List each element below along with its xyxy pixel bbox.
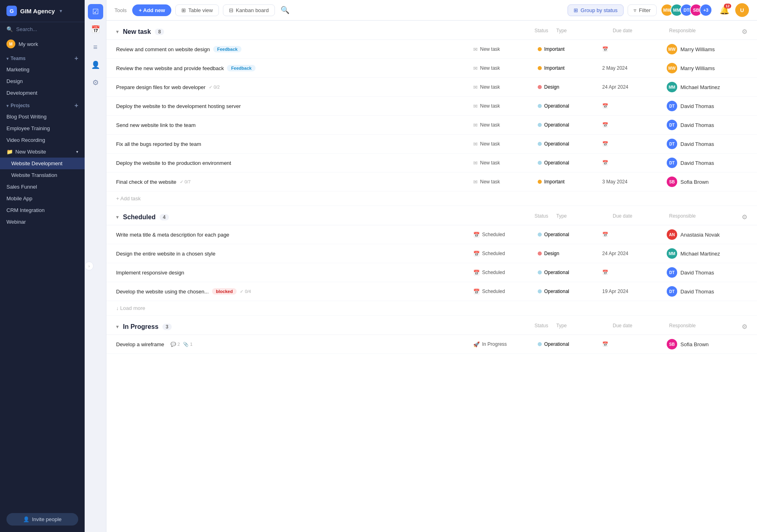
tool-user[interactable]: 👤 bbox=[88, 57, 103, 73]
tool-list[interactable]: ≡ bbox=[88, 39, 103, 55]
type-dot bbox=[538, 85, 542, 89]
type-cell: Operational bbox=[538, 141, 602, 147]
table-row[interactable]: Develop a wireframe 💬 2 📎 1 🚀 In Progres… bbox=[106, 335, 757, 354]
task-subtask: ✓ 0/4 bbox=[240, 289, 251, 294]
kanban-board-button[interactable]: ⊟ Kanban board bbox=[223, 4, 275, 16]
load-more-button[interactable]: ↓ Load more bbox=[106, 301, 757, 316]
table-row[interactable]: Review the new website and provide feedb… bbox=[106, 59, 757, 78]
topbar: Tools + Add new ⊞ Table view ⊟ Kanban bo… bbox=[106, 0, 757, 21]
invite-people-button[interactable]: 👤 Invite people bbox=[6, 513, 78, 526]
table-row[interactable]: Deploy the website to the production env… bbox=[106, 154, 757, 172]
calendar-icon: 📅 bbox=[602, 232, 608, 237]
group-scheduled-settings[interactable]: ⚙ bbox=[742, 213, 747, 221]
resp-name: Marry Williams bbox=[680, 46, 715, 52]
sidebar-item-webinar[interactable]: Webinar bbox=[0, 216, 85, 228]
notifications-button[interactable]: 🔔 12 bbox=[720, 5, 730, 15]
type-label: Operational bbox=[544, 103, 569, 109]
group-in-progress-title: In Progress bbox=[123, 323, 158, 330]
resp-name: Sofia Brown bbox=[680, 179, 709, 185]
teams-section-label: ▾ Teams bbox=[6, 56, 25, 61]
sidebar-item-new-website[interactable]: 📁 New Website ▾ bbox=[0, 146, 85, 158]
sidebar-collapse-button[interactable]: › bbox=[85, 262, 94, 270]
table-row[interactable]: Implement responsive design 📅 Scheduled … bbox=[106, 263, 757, 282]
table-row[interactable]: Review and comment on website design Fee… bbox=[106, 40, 757, 59]
tool-tasks[interactable]: ☑ bbox=[88, 4, 103, 19]
sidebar-item-sales-funnel[interactable]: Sales Funnel bbox=[0, 181, 85, 193]
my-work-item[interactable]: M My work bbox=[0, 36, 85, 52]
status-cell: 📅 Scheduled bbox=[473, 289, 538, 295]
blog-post-label: Blog Post Writing bbox=[6, 114, 46, 120]
sidebar-item-marketing[interactable]: Marketing bbox=[0, 64, 85, 75]
task-name: Deploy the website to the development ho… bbox=[116, 103, 241, 109]
sidebar-item-video-recording[interactable]: Video Recording bbox=[0, 134, 85, 146]
type-label: Operational bbox=[544, 141, 569, 147]
group-scheduled-toggle[interactable]: ▾ bbox=[116, 214, 119, 220]
table-row[interactable]: Prepare design files for web developer ✓… bbox=[106, 78, 757, 97]
sidebar-item-blog-post[interactable]: Blog Post Writing bbox=[0, 111, 85, 123]
status-cell: ✉ New task bbox=[473, 122, 538, 128]
tool-calendar[interactable]: 📅 bbox=[88, 22, 103, 37]
group-new-task-title: New task bbox=[123, 28, 151, 35]
task-name-cell: Deploy the website to the development ho… bbox=[116, 103, 473, 109]
add-new-button[interactable]: + Add new bbox=[132, 4, 171, 16]
table-row[interactable]: Write meta title & meta description for … bbox=[106, 225, 757, 244]
task-name-cell: Deploy the website to the production env… bbox=[116, 160, 473, 166]
website-dev-label: Website Development bbox=[11, 160, 62, 166]
task-name: Final check of the website bbox=[116, 179, 177, 185]
sidebar: G GIM Agency ▾ 🔍 Search... M My work ▾ T… bbox=[0, 0, 85, 532]
sidebar-item-website-translation[interactable]: Website Translation bbox=[0, 169, 85, 181]
status-cell: 📅 Scheduled bbox=[473, 232, 538, 238]
table-view-button[interactable]: ⊞ Table view bbox=[175, 4, 219, 16]
task-name: Send new website link to the team bbox=[116, 122, 195, 128]
sidebar-item-employee-training[interactable]: Employee Training bbox=[0, 123, 85, 134]
table-row[interactable]: Develop the website using the chosen... … bbox=[106, 282, 757, 301]
col-h-resp3: Responsible bbox=[669, 323, 734, 330]
type-dot bbox=[538, 47, 542, 51]
group-in-progress-settings[interactable]: ⚙ bbox=[742, 323, 747, 330]
due-cell: 📅 bbox=[602, 160, 667, 166]
group-new-task-toggle[interactable]: ▾ bbox=[116, 29, 119, 35]
sidebar-item-development[interactable]: Development bbox=[0, 87, 85, 99]
responsible-cell: MM Michael Martinez bbox=[667, 248, 747, 259]
resp-name: David Thomas bbox=[680, 122, 714, 128]
avatar-more[interactable]: +3 bbox=[699, 4, 712, 17]
group-by-label: Group by status bbox=[580, 7, 618, 13]
group-scheduled-count: 4 bbox=[160, 214, 169, 220]
tool-settings[interactable]: ⚙ bbox=[88, 75, 103, 90]
sidebar-search[interactable]: 🔍 Search... bbox=[0, 22, 85, 36]
status-label: Scheduled bbox=[482, 270, 505, 275]
table-row[interactable]: Deploy the website to the development ho… bbox=[106, 97, 757, 116]
group-new-task: ▾ New task 8 Status Type Due date Respon… bbox=[106, 21, 757, 206]
filter-label: Filter bbox=[639, 7, 651, 13]
task-name: Develop the website using the chosen... bbox=[116, 289, 209, 295]
add-team-button[interactable]: + bbox=[75, 55, 78, 62]
table-row[interactable]: Design the entire website in a chosen st… bbox=[106, 244, 757, 263]
sidebar-item-crm-integration[interactable]: CRM Integration bbox=[0, 204, 85, 216]
group-new-task-settings[interactable]: ⚙ bbox=[742, 28, 747, 35]
add-task-button[interactable]: + Add task bbox=[106, 191, 757, 206]
filter-button[interactable]: ▿ Filter bbox=[628, 4, 657, 16]
type-cell: Important bbox=[538, 179, 602, 185]
table-row[interactable]: Fix all the bugs reported by the team ✉ … bbox=[106, 135, 757, 154]
resp-avatar: MM bbox=[667, 248, 677, 259]
sidebar-item-mobile-app[interactable]: Mobile App bbox=[0, 193, 85, 204]
teams-section-header: ▾ Teams + bbox=[0, 52, 85, 64]
search-label: Search... bbox=[16, 26, 37, 32]
sidebar-item-website-development[interactable]: Website Development bbox=[0, 158, 85, 169]
app-chevron: ▾ bbox=[60, 8, 62, 14]
table-row[interactable]: Final check of the website ✓ 0/7 ✉ New t… bbox=[106, 172, 757, 191]
app-logo[interactable]: G GIM Agency ▾ bbox=[0, 0, 85, 22]
responsible-cell: AN Anastasia Novak bbox=[667, 229, 747, 240]
responsible-cell: SB Sofia Brown bbox=[667, 177, 747, 187]
sidebar-item-design[interactable]: Design bbox=[0, 75, 85, 87]
add-project-button[interactable]: + bbox=[75, 102, 78, 109]
new-website-label: New Website bbox=[15, 149, 46, 155]
table-row[interactable]: Send new website link to the team ✉ New … bbox=[106, 116, 757, 135]
group-by-button[interactable]: ⊞ Group by status bbox=[568, 4, 624, 16]
status-icon: 📅 bbox=[473, 251, 480, 257]
current-user-avatar[interactable]: U bbox=[735, 3, 749, 17]
group-in-progress-toggle[interactable]: ▾ bbox=[116, 324, 119, 330]
search-button[interactable]: 🔍 bbox=[279, 4, 291, 16]
type-label: Design bbox=[544, 251, 559, 256]
resp-avatar: SB bbox=[667, 177, 677, 187]
